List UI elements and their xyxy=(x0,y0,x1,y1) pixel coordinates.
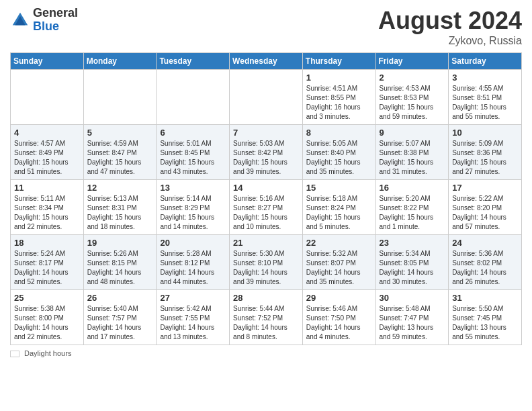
day-number: 2 xyxy=(380,73,445,83)
day-info: Sunrise: 4:51 AM Sunset: 8:55 PM Dayligh… xyxy=(306,84,372,122)
calendar-cell: 2Sunrise: 4:53 AM Sunset: 8:53 PM Daylig… xyxy=(375,70,449,125)
day-info: Sunrise: 5:42 AM Sunset: 7:55 PM Dayligh… xyxy=(160,304,226,342)
calendar-cell: 30Sunrise: 5:48 AM Sunset: 7:47 PM Dayli… xyxy=(375,290,449,345)
day-info: Sunrise: 5:36 AM Sunset: 8:02 PM Dayligh… xyxy=(452,249,518,287)
day-number: 12 xyxy=(87,183,153,193)
day-info: Sunrise: 4:57 AM Sunset: 8:49 PM Dayligh… xyxy=(14,139,80,177)
daylight-swatch xyxy=(10,351,19,357)
day-info: Sunrise: 5:26 AM Sunset: 8:15 PM Dayligh… xyxy=(87,249,153,287)
calendar-cell: 11Sunrise: 5:11 AM Sunset: 8:34 PM Dayli… xyxy=(11,180,84,235)
logo: General Blue xyxy=(10,7,78,34)
col-header-monday: Monday xyxy=(83,53,157,70)
calendar-cell: 1Sunrise: 4:51 AM Sunset: 8:55 PM Daylig… xyxy=(302,70,375,125)
day-info: Sunrise: 5:18 AM Sunset: 8:24 PM Dayligh… xyxy=(306,194,372,232)
daylight-label: Daylight hours xyxy=(24,349,71,357)
calendar-cell: 17Sunrise: 5:22 AM Sunset: 8:20 PM Dayli… xyxy=(449,180,522,235)
calendar-week-row: 25Sunrise: 5:38 AM Sunset: 8:00 PM Dayli… xyxy=(11,290,522,345)
location: Zykovo, Russia xyxy=(378,35,522,47)
day-info: Sunrise: 5:07 AM Sunset: 8:38 PM Dayligh… xyxy=(380,139,445,177)
day-info: Sunrise: 5:48 AM Sunset: 7:47 PM Dayligh… xyxy=(380,304,445,342)
day-number: 29 xyxy=(306,293,372,303)
day-info: Sunrise: 4:53 AM Sunset: 8:53 PM Dayligh… xyxy=(380,84,445,122)
calendar-cell: 8Sunrise: 5:05 AM Sunset: 8:40 PM Daylig… xyxy=(302,125,375,180)
calendar-week-row: 1Sunrise: 4:51 AM Sunset: 8:55 PM Daylig… xyxy=(11,70,522,125)
day-number: 15 xyxy=(306,183,372,193)
day-number: 21 xyxy=(233,238,299,248)
day-number: 13 xyxy=(160,183,226,193)
day-info: Sunrise: 5:16 AM Sunset: 8:27 PM Dayligh… xyxy=(233,194,299,232)
day-info: Sunrise: 5:09 AM Sunset: 8:36 PM Dayligh… xyxy=(452,139,518,177)
day-info: Sunrise: 5:30 AM Sunset: 8:10 PM Dayligh… xyxy=(233,249,299,287)
calendar-week-row: 11Sunrise: 5:11 AM Sunset: 8:34 PM Dayli… xyxy=(11,180,522,235)
day-number: 6 xyxy=(160,128,226,138)
calendar-cell: 23Sunrise: 5:34 AM Sunset: 8:05 PM Dayli… xyxy=(375,235,449,290)
calendar-cell: 22Sunrise: 5:32 AM Sunset: 8:07 PM Dayli… xyxy=(302,235,375,290)
day-info: Sunrise: 5:03 AM Sunset: 8:42 PM Dayligh… xyxy=(233,139,299,177)
day-info: Sunrise: 5:44 AM Sunset: 7:52 PM Dayligh… xyxy=(233,304,299,342)
day-info: Sunrise: 5:24 AM Sunset: 8:17 PM Dayligh… xyxy=(14,249,80,287)
calendar-cell: 13Sunrise: 5:14 AM Sunset: 8:29 PM Dayli… xyxy=(157,180,230,235)
day-info: Sunrise: 5:50 AM Sunset: 7:45 PM Dayligh… xyxy=(452,304,518,342)
col-header-friday: Friday xyxy=(375,53,449,70)
daylight-legend: Daylight hours xyxy=(10,349,71,357)
day-number: 10 xyxy=(452,128,518,138)
logo-general-text: General xyxy=(33,7,78,20)
day-info: Sunrise: 5:22 AM Sunset: 8:20 PM Dayligh… xyxy=(452,194,518,232)
day-number: 19 xyxy=(87,238,153,248)
logo-text: General Blue xyxy=(33,7,78,34)
day-number: 28 xyxy=(233,293,299,303)
calendar-cell: 29Sunrise: 5:46 AM Sunset: 7:50 PM Dayli… xyxy=(302,290,375,345)
day-info: Sunrise: 5:40 AM Sunset: 7:57 PM Dayligh… xyxy=(87,304,153,342)
calendar-cell: 26Sunrise: 5:40 AM Sunset: 7:57 PM Dayli… xyxy=(83,290,157,345)
calendar-cell xyxy=(11,70,84,125)
header: General Blue August 2024 Zykovo, Russia xyxy=(10,7,522,47)
day-number: 16 xyxy=(380,183,445,193)
day-info: Sunrise: 4:59 AM Sunset: 8:47 PM Dayligh… xyxy=(87,139,153,177)
day-number: 25 xyxy=(14,293,80,303)
col-header-thursday: Thursday xyxy=(302,53,375,70)
day-number: 8 xyxy=(306,128,372,138)
footer: Daylight hours xyxy=(10,349,522,357)
col-header-wednesday: Wednesday xyxy=(230,53,303,70)
calendar-cell xyxy=(83,70,157,125)
calendar-cell: 7Sunrise: 5:03 AM Sunset: 8:42 PM Daylig… xyxy=(230,125,303,180)
calendar-table: SundayMondayTuesdayWednesdayThursdayFrid… xyxy=(10,52,522,345)
calendar-cell: 28Sunrise: 5:44 AM Sunset: 7:52 PM Dayli… xyxy=(230,290,303,345)
day-info: Sunrise: 5:28 AM Sunset: 8:12 PM Dayligh… xyxy=(160,249,226,287)
day-number: 9 xyxy=(380,128,445,138)
calendar-cell: 18Sunrise: 5:24 AM Sunset: 8:17 PM Dayli… xyxy=(11,235,84,290)
day-number: 4 xyxy=(14,128,80,138)
day-info: Sunrise: 5:20 AM Sunset: 8:22 PM Dayligh… xyxy=(380,194,445,232)
day-info: Sunrise: 5:32 AM Sunset: 8:07 PM Dayligh… xyxy=(306,249,372,287)
day-number: 3 xyxy=(452,73,518,83)
calendar-cell: 19Sunrise: 5:26 AM Sunset: 8:15 PM Dayli… xyxy=(83,235,157,290)
day-number: 23 xyxy=(380,238,445,248)
calendar-cell: 4Sunrise: 4:57 AM Sunset: 8:49 PM Daylig… xyxy=(11,125,84,180)
col-header-sunday: Sunday xyxy=(11,53,84,70)
calendar-cell: 16Sunrise: 5:20 AM Sunset: 8:22 PM Dayli… xyxy=(375,180,449,235)
day-info: Sunrise: 4:55 AM Sunset: 8:51 PM Dayligh… xyxy=(452,84,518,122)
day-info: Sunrise: 5:14 AM Sunset: 8:29 PM Dayligh… xyxy=(160,194,226,232)
day-number: 17 xyxy=(452,183,518,193)
day-info: Sunrise: 5:13 AM Sunset: 8:31 PM Dayligh… xyxy=(87,194,153,232)
calendar-cell: 10Sunrise: 5:09 AM Sunset: 8:36 PM Dayli… xyxy=(449,125,522,180)
day-info: Sunrise: 5:01 AM Sunset: 8:45 PM Dayligh… xyxy=(160,139,226,177)
calendar-cell: 9Sunrise: 5:07 AM Sunset: 8:38 PM Daylig… xyxy=(375,125,449,180)
col-header-saturday: Saturday xyxy=(449,53,522,70)
logo-icon xyxy=(10,10,30,30)
page: General Blue August 2024 Zykovo, Russia … xyxy=(0,0,532,411)
day-info: Sunrise: 5:34 AM Sunset: 8:05 PM Dayligh… xyxy=(380,249,445,287)
calendar-cell: 15Sunrise: 5:18 AM Sunset: 8:24 PM Dayli… xyxy=(302,180,375,235)
day-number: 1 xyxy=(306,73,372,83)
day-info: Sunrise: 5:38 AM Sunset: 8:00 PM Dayligh… xyxy=(14,304,80,342)
calendar-week-row: 18Sunrise: 5:24 AM Sunset: 8:17 PM Dayli… xyxy=(11,235,522,290)
day-number: 22 xyxy=(306,238,372,248)
calendar-header-row: SundayMondayTuesdayWednesdayThursdayFrid… xyxy=(11,53,522,70)
day-number: 30 xyxy=(380,293,445,303)
calendar-cell: 31Sunrise: 5:50 AM Sunset: 7:45 PM Dayli… xyxy=(449,290,522,345)
calendar-cell: 3Sunrise: 4:55 AM Sunset: 8:51 PM Daylig… xyxy=(449,70,522,125)
logo-blue-text: Blue xyxy=(33,20,78,34)
calendar-cell xyxy=(230,70,303,125)
calendar-cell xyxy=(157,70,230,125)
calendar-cell: 21Sunrise: 5:30 AM Sunset: 8:10 PM Dayli… xyxy=(230,235,303,290)
